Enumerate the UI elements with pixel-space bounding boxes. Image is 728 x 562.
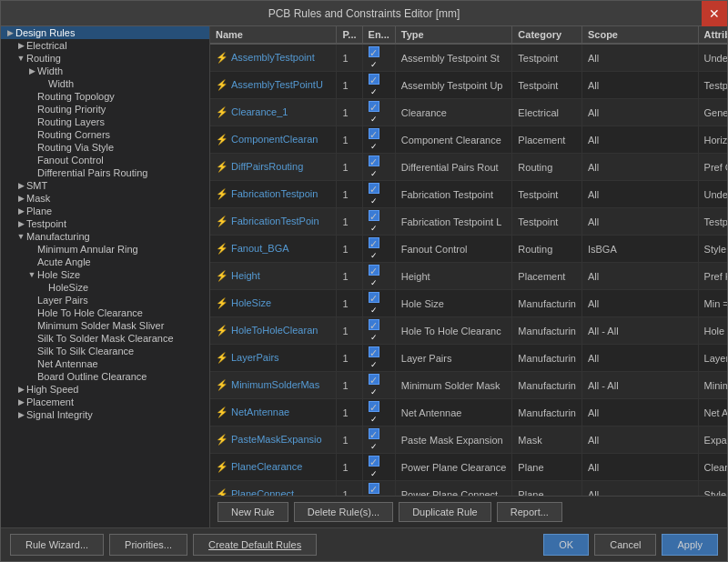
rule-enabled-checkbox[interactable]: ✓	[369, 483, 379, 494]
rule-enabled-checkbox[interactable]: ✓	[369, 237, 379, 248]
rule-enabled-checkbox[interactable]: ✓	[369, 265, 379, 276]
rule-enabled-cell[interactable]: ✓	[362, 290, 395, 317]
ok-button[interactable]: OK	[543, 534, 589, 556]
rule-enabled-cell[interactable]: ✓	[362, 481, 395, 497]
rule-enabled-cell[interactable]: ✓	[362, 263, 395, 290]
table-row[interactable]: ⚡FabricationTestPoin1✓Fabrication Testpo…	[210, 208, 727, 236]
table-row[interactable]: ⚡Clearance_11✓ClearanceElectricalAllGene…	[210, 99, 727, 126]
rule-enabled-checkbox[interactable]: ✓	[369, 156, 379, 166]
rule-attributes-cell: Testpoint - One Requ	[698, 208, 727, 236]
table-row[interactable]: ⚡DiffPairsRouting1✓Differential Pairs Ro…	[210, 154, 727, 181]
tree-item-placement[interactable]: ▶Placement	[1, 396, 209, 408]
tree-item-acute-angle[interactable]: Acute Angle	[1, 256, 209, 268]
rule-wizard-button[interactable]: Rule Wizard...	[10, 534, 104, 556]
cancel-button[interactable]: Cancel	[594, 534, 656, 556]
right-panel: NameP...En...TypeCategoryScopeAttributes…	[210, 26, 727, 527]
tree-item-routing-corners[interactable]: Routing Corners	[1, 128, 209, 141]
rule-enabled-cell[interactable]: ✓	[362, 372, 395, 399]
table-row[interactable]: ⚡ComponentClearan1✓Component ClearancePl…	[210, 126, 727, 154]
tree-item-routing-layers[interactable]: Routing Layers	[1, 115, 209, 128]
table-row[interactable]: ⚡Fanout_BGA1✓Fanout ControlRoutingIsBGAS…	[210, 236, 727, 263]
rule-scope-cell: All	[581, 263, 698, 290]
rule-enabled-checkbox[interactable]: ✓	[369, 374, 379, 385]
duplicate-rule-button[interactable]: Duplicate Rule	[399, 502, 491, 522]
tree-item-min-annular-ring[interactable]: Minimum Annular Ring	[1, 243, 209, 256]
tree-item-silk-to-silk[interactable]: Silk To Silk Clearance	[1, 345, 209, 357]
rule-enabled-checkbox[interactable]: ✓	[369, 101, 379, 112]
rule-enabled-cell[interactable]: ✓	[362, 317, 395, 345]
rule-enabled-checkbox[interactable]: ✓	[369, 456, 379, 467]
table-row[interactable]: ⚡NetAntennae1✓Net AntennaeManufacturinAl…	[210, 399, 727, 427]
tree-item-mask[interactable]: ▶Mask	[1, 192, 209, 205]
table-row[interactable]: ⚡Height1✓HeightPlacementAllPref Height =…	[210, 263, 727, 290]
tree-item-hole-size-sub[interactable]: HoleSize	[1, 281, 209, 294]
table-row[interactable]: ⚡AssemblyTestPointU1✓Assembly Testpoint …	[210, 72, 727, 99]
tree-item-net-antennae[interactable]: Net Antennae	[1, 357, 209, 370]
rule-enabled-cell[interactable]: ✓	[362, 44, 395, 72]
table-row[interactable]: ⚡LayerPairs1✓Layer PairsManufacturinAllL…	[210, 345, 727, 372]
report-button[interactable]: Report...	[497, 502, 562, 522]
tree-item-electrical[interactable]: ▶Electrical	[1, 39, 209, 52]
table-row[interactable]: ⚡PlaneConnect1✓Power Plane ConnectPlaneA…	[210, 481, 727, 497]
table-row[interactable]: ⚡AssemblyTestpoint1✓Assembly Testpoint S…	[210, 44, 727, 72]
apply-button[interactable]: Apply	[662, 534, 718, 556]
table-row[interactable]: ⚡PasteMaskExpansio1✓Paste Mask Expansion…	[210, 427, 727, 454]
table-row[interactable]: ⚡FabricationTestpoin1✓Fabrication Testpo…	[210, 181, 727, 208]
delete-rule-button[interactable]: Delete Rule(s)...	[294, 502, 393, 522]
rule-enabled-cell[interactable]: ✓	[362, 99, 395, 126]
rule-enabled-checkbox[interactable]: ✓	[369, 74, 379, 85]
tree-item-high-speed[interactable]: ▶High Speed	[1, 383, 209, 396]
tree-item-routing[interactable]: ▼Routing	[1, 52, 209, 65]
rule-enabled-checkbox[interactable]: ✓	[369, 210, 379, 221]
tree-item-board-outline[interactable]: Board Outline Clearance	[1, 370, 209, 383]
rule-enabled-checkbox[interactable]: ✓	[369, 428, 379, 439]
rule-enabled-cell[interactable]: ✓	[362, 454, 395, 481]
rule-enabled-cell[interactable]: ✓	[362, 181, 395, 208]
rule-enabled-cell[interactable]: ✓	[362, 399, 395, 427]
tree-item-testpoint[interactable]: ▶Testpoint	[1, 217, 209, 230]
rule-enabled-cell[interactable]: ✓	[362, 126, 395, 154]
tree-item-design-rules[interactable]: ▶Design Rules	[1, 26, 209, 39]
rule-scope-cell: All	[581, 481, 698, 497]
rule-enabled-checkbox[interactable]: ✓	[369, 183, 379, 194]
rule-enabled-cell[interactable]: ✓	[362, 72, 395, 99]
rule-enabled-checkbox[interactable]: ✓	[369, 292, 379, 303]
table-row[interactable]: ⚡HoleSize1✓Hole SizeManufacturinAllMin =…	[210, 290, 727, 317]
tree-item-layer-pairs[interactable]: Layer Pairs	[1, 294, 209, 306]
tree-item-smt[interactable]: ▶SMT	[1, 179, 209, 192]
tree-item-signal-integrity[interactable]: ▶Signal Integrity	[1, 408, 209, 421]
tree-item-diff-pairs-routing[interactable]: Differential Pairs Routing	[1, 166, 209, 179]
tree-item-manufacturing[interactable]: ▼Manufacturing	[1, 230, 209, 243]
rule-enabled-cell[interactable]: ✓	[362, 208, 395, 236]
tree-item-silk-to-solder[interactable]: Silk To Solder Mask Clearance	[1, 332, 209, 345]
rule-enabled-cell[interactable]: ✓	[362, 427, 395, 454]
create-default-button[interactable]: Create Default Rules	[193, 534, 317, 556]
rule-enabled-checkbox[interactable]: ✓	[369, 46, 379, 57]
tree-item-width-sub[interactable]: Width	[1, 77, 209, 90]
rule-enabled-checkbox[interactable]: ✓	[369, 128, 379, 139]
table-row[interactable]: ⚡MinimumSolderMas1✓Minimum Solder MaskMa…	[210, 372, 727, 399]
tree-item-hole-size[interactable]: ▼Hole Size	[1, 268, 209, 281]
rule-scope-cell: All	[581, 44, 698, 72]
tree-item-routing-topology[interactable]: Routing Topology	[1, 90, 209, 103]
tree-item-min-solder-mask[interactable]: Minimum Solder Mask Sliver	[1, 319, 209, 332]
table-row[interactable]: ⚡PlaneClearance1✓Power Plane ClearancePl…	[210, 454, 727, 481]
rule-type-cell: Component Clearance	[395, 126, 512, 154]
tree-item-fanout-control[interactable]: Fanout Control	[1, 154, 209, 166]
tree-item-routing-priority[interactable]: Routing Priority	[1, 103, 209, 115]
tree-item-label: Routing Layers	[37, 116, 105, 127]
close-button[interactable]: ✕	[702, 1, 727, 26]
rule-enabled-cell[interactable]: ✓	[362, 345, 395, 372]
rule-enabled-cell[interactable]: ✓	[362, 154, 395, 181]
tree-item-width[interactable]: ▶Width	[1, 65, 209, 77]
rule-enabled-checkbox[interactable]: ✓	[369, 319, 379, 330]
rule-enabled-checkbox[interactable]: ✓	[369, 401, 379, 412]
new-rule-button[interactable]: New Rule	[217, 502, 288, 522]
tree-item-plane[interactable]: ▶Plane	[1, 205, 209, 217]
rule-enabled-cell[interactable]: ✓	[362, 236, 395, 263]
rule-enabled-checkbox[interactable]: ✓	[369, 346, 379, 357]
table-row[interactable]: ⚡HoleToHoleClearan1✓Hole To Hole Clearan…	[210, 317, 727, 345]
tree-item-hole-to-hole[interactable]: Hole To Hole Clearance	[1, 306, 209, 319]
tree-item-routing-via-style[interactable]: Routing Via Style	[1, 141, 209, 154]
priorities-button[interactable]: Priorities...	[109, 534, 187, 556]
